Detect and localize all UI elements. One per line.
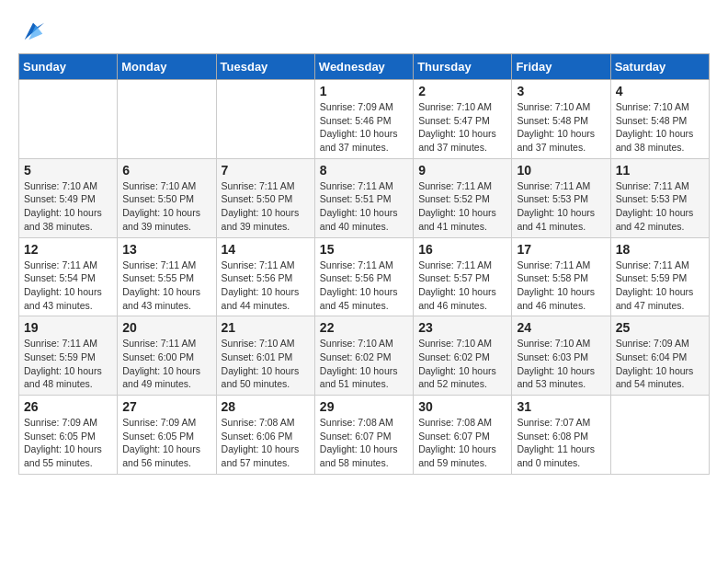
calendar-cell: 18Sunrise: 7:11 AM Sunset: 5:59 PM Dayli… [610, 237, 709, 316]
day-info: Sunrise: 7:11 AM Sunset: 6:00 PM Dayligh… [122, 337, 210, 391]
calendar-cell [19, 80, 118, 159]
day-info: Sunrise: 7:11 AM Sunset: 5:51 PM Dayligh… [320, 179, 408, 234]
day-number: 22 [320, 320, 408, 335]
day-info: Sunrise: 7:11 AM Sunset: 5:57 PM Dayligh… [418, 259, 506, 313]
calendar-cell: 28Sunrise: 7:08 AM Sunset: 6:06 PM Dayli… [216, 396, 314, 475]
day-header-friday: Friday [512, 54, 610, 80]
calendar-cell: 30Sunrise: 7:08 AM Sunset: 6:07 PM Dayli… [414, 396, 512, 475]
day-info: Sunrise: 7:11 AM Sunset: 5:53 PM Dayligh… [616, 179, 704, 234]
day-number: 27 [122, 399, 210, 414]
calendar-cell: 17Sunrise: 7:11 AM Sunset: 5:58 PM Dayli… [512, 237, 610, 316]
calendar-cell: 27Sunrise: 7:09 AM Sunset: 6:05 PM Dayli… [118, 396, 216, 475]
calendar-cell: 10Sunrise: 7:11 AM Sunset: 5:53 PM Dayli… [512, 158, 610, 237]
day-number: 4 [616, 84, 704, 98]
calendar-cell: 24Sunrise: 7:10 AM Sunset: 6:03 PM Dayli… [512, 316, 610, 396]
calendar-cell: 29Sunrise: 7:08 AM Sunset: 6:07 PM Dayli… [314, 396, 413, 475]
day-number: 15 [320, 242, 408, 257]
calendar-week-row: 26Sunrise: 7:09 AM Sunset: 6:05 PM Dayli… [19, 396, 710, 475]
day-header-tuesday: Tuesday [216, 54, 314, 80]
day-info: Sunrise: 7:10 AM Sunset: 5:49 PM Dayligh… [24, 179, 112, 234]
day-header-wednesday: Wednesday [314, 54, 413, 80]
day-number: 30 [418, 399, 506, 414]
calendar-week-row: 12Sunrise: 7:11 AM Sunset: 5:54 PM Dayli… [19, 237, 710, 316]
day-info: Sunrise: 7:09 AM Sunset: 6:04 PM Dayligh… [616, 337, 704, 391]
day-number: 24 [517, 320, 605, 335]
calendar-cell: 12Sunrise: 7:11 AM Sunset: 5:54 PM Dayli… [19, 237, 118, 316]
day-info: Sunrise: 7:10 AM Sunset: 5:47 PM Dayligh… [418, 100, 506, 155]
day-info: Sunrise: 7:11 AM Sunset: 5:56 PM Dayligh… [222, 259, 310, 313]
calendar-cell: 14Sunrise: 7:11 AM Sunset: 5:56 PM Dayli… [216, 237, 314, 316]
day-info: Sunrise: 7:09 AM Sunset: 5:46 PM Dayligh… [320, 100, 408, 155]
calendar-cell: 4Sunrise: 7:10 AM Sunset: 5:48 PM Daylig… [610, 80, 709, 159]
day-info: Sunrise: 7:10 AM Sunset: 5:50 PM Dayligh… [122, 179, 210, 234]
day-info: Sunrise: 7:10 AM Sunset: 5:48 PM Dayligh… [517, 100, 605, 155]
day-number: 18 [616, 242, 704, 257]
day-number: 25 [616, 320, 704, 335]
calendar-cell: 2Sunrise: 7:10 AM Sunset: 5:47 PM Daylig… [414, 80, 512, 159]
day-number: 8 [320, 163, 408, 178]
day-info: Sunrise: 7:07 AM Sunset: 6:08 PM Dayligh… [517, 416, 605, 470]
calendar-header-row: SundayMondayTuesdayWednesdayThursdayFrid… [19, 54, 710, 80]
calendar-cell [216, 80, 314, 159]
calendar-cell: 31Sunrise: 7:07 AM Sunset: 6:08 PM Dayli… [512, 396, 610, 475]
day-number: 26 [24, 399, 112, 414]
day-header-monday: Monday [118, 54, 216, 80]
day-info: Sunrise: 7:11 AM Sunset: 5:52 PM Dayligh… [418, 179, 506, 234]
calendar-cell: 23Sunrise: 7:10 AM Sunset: 6:02 PM Dayli… [414, 316, 512, 396]
calendar-cell: 8Sunrise: 7:11 AM Sunset: 5:51 PM Daylig… [314, 158, 413, 237]
day-number: 17 [517, 242, 605, 257]
calendar-cell: 9Sunrise: 7:11 AM Sunset: 5:52 PM Daylig… [414, 158, 512, 237]
day-number: 19 [24, 320, 112, 335]
calendar-week-row: 5Sunrise: 7:10 AM Sunset: 5:49 PM Daylig… [19, 158, 710, 237]
day-header-sunday: Sunday [19, 54, 118, 80]
page-header [18, 18, 710, 44]
day-info: Sunrise: 7:10 AM Sunset: 6:02 PM Dayligh… [320, 337, 408, 391]
calendar-cell: 25Sunrise: 7:09 AM Sunset: 6:04 PM Dayli… [610, 316, 709, 396]
day-number: 31 [517, 399, 605, 414]
calendar-cell: 7Sunrise: 7:11 AM Sunset: 5:50 PM Daylig… [216, 158, 314, 237]
day-number: 29 [320, 399, 408, 414]
day-info: Sunrise: 7:11 AM Sunset: 5:59 PM Dayligh… [616, 259, 704, 313]
calendar-cell: 11Sunrise: 7:11 AM Sunset: 5:53 PM Dayli… [610, 158, 709, 237]
day-info: Sunrise: 7:11 AM Sunset: 5:58 PM Dayligh… [517, 259, 605, 313]
day-info: Sunrise: 7:11 AM Sunset: 5:56 PM Dayligh… [320, 259, 408, 313]
day-number: 1 [320, 84, 408, 98]
day-number: 28 [222, 399, 310, 414]
day-number: 7 [222, 163, 310, 178]
calendar-cell [610, 396, 709, 475]
day-number: 16 [418, 242, 506, 257]
calendar-cell: 1Sunrise: 7:09 AM Sunset: 5:46 PM Daylig… [314, 80, 413, 159]
day-info: Sunrise: 7:11 AM Sunset: 5:59 PM Dayligh… [24, 337, 112, 391]
day-info: Sunrise: 7:11 AM Sunset: 5:50 PM Dayligh… [222, 179, 310, 234]
day-number: 12 [24, 242, 112, 257]
calendar-week-row: 19Sunrise: 7:11 AM Sunset: 5:59 PM Dayli… [19, 316, 710, 396]
day-number: 13 [122, 242, 210, 257]
calendar-cell: 21Sunrise: 7:10 AM Sunset: 6:01 PM Dayli… [216, 316, 314, 396]
calendar-cell [118, 80, 216, 159]
calendar-week-row: 1Sunrise: 7:09 AM Sunset: 5:46 PM Daylig… [19, 80, 710, 159]
calendar-table: SundayMondayTuesdayWednesdayThursdayFrid… [18, 53, 710, 475]
day-info: Sunrise: 7:10 AM Sunset: 5:48 PM Dayligh… [616, 100, 704, 155]
day-info: Sunrise: 7:10 AM Sunset: 6:01 PM Dayligh… [222, 337, 310, 391]
day-info: Sunrise: 7:11 AM Sunset: 5:53 PM Dayligh… [517, 179, 605, 234]
day-info: Sunrise: 7:10 AM Sunset: 6:03 PM Dayligh… [517, 337, 605, 391]
calendar-cell: 3Sunrise: 7:10 AM Sunset: 5:48 PM Daylig… [512, 80, 610, 159]
day-number: 9 [418, 163, 506, 178]
day-info: Sunrise: 7:11 AM Sunset: 5:55 PM Dayligh… [122, 259, 210, 313]
day-info: Sunrise: 7:09 AM Sunset: 6:05 PM Dayligh… [24, 416, 112, 470]
calendar-cell: 26Sunrise: 7:09 AM Sunset: 6:05 PM Dayli… [19, 396, 118, 475]
day-number: 20 [122, 320, 210, 335]
day-number: 5 [24, 163, 112, 178]
day-number: 14 [222, 242, 310, 257]
calendar-cell: 19Sunrise: 7:11 AM Sunset: 5:59 PM Dayli… [19, 316, 118, 396]
calendar-cell: 15Sunrise: 7:11 AM Sunset: 5:56 PM Dayli… [314, 237, 413, 316]
day-number: 2 [418, 84, 506, 98]
day-header-thursday: Thursday [414, 54, 512, 80]
calendar-cell: 20Sunrise: 7:11 AM Sunset: 6:00 PM Dayli… [118, 316, 216, 396]
calendar-cell: 22Sunrise: 7:10 AM Sunset: 6:02 PM Dayli… [314, 316, 413, 396]
logo-icon [20, 18, 46, 44]
day-number: 3 [517, 84, 605, 98]
day-number: 11 [616, 163, 704, 178]
logo [18, 18, 46, 44]
day-info: Sunrise: 7:08 AM Sunset: 6:06 PM Dayligh… [222, 416, 310, 470]
